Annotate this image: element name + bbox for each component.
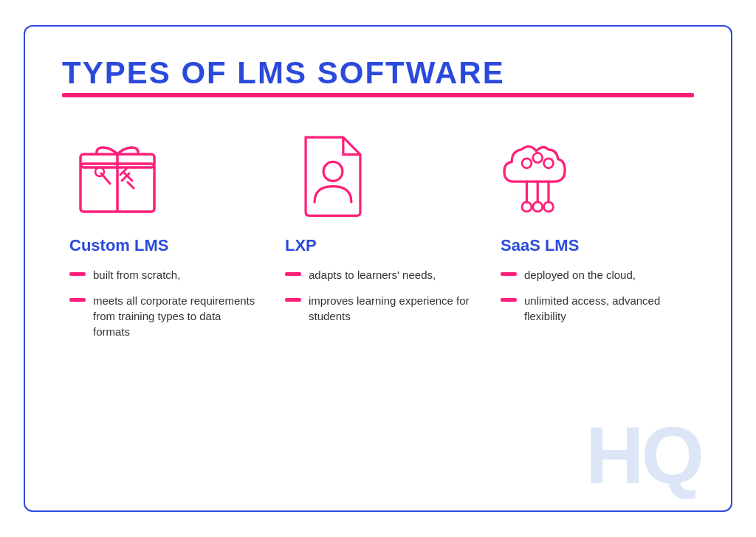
col-lxp: LXP adapts to learners' needs, improves … [278,127,478,488]
col-custom-lms: Custom LMS built from scratch, meets all… [62,127,263,488]
list-item: meets all corporate requirements from tr… [69,293,255,339]
person-document-icon [292,131,374,219]
saas-lms-bullets: deployed on the cloud, unlimited access,… [501,267,687,324]
bullet-dash [285,272,301,276]
title-underline [62,93,694,97]
bullet-text: meets all corporate requirements from tr… [93,293,255,339]
main-card: TYPES OF LMS SOFTWARE [24,25,732,512]
bullet-text: adapts to learners' needs, [309,267,436,283]
svg-point-13 [544,202,554,212]
cloud-network-icon [501,131,597,219]
saas-lms-icon-area [501,127,597,223]
lxp-bullets: adapts to learners' needs, improves lear… [285,267,471,324]
list-item: improves learning experience for student… [285,293,471,324]
svg-point-12 [533,202,543,212]
watermark: HQ [585,415,701,496]
bullet-text: unlimited access, advanced flexibility [524,293,687,324]
gift-tools-icon [73,131,162,219]
lxp-title: LXP [285,236,317,255]
bullet-dash [69,298,86,302]
custom-lms-icon-area [69,127,165,223]
bullet-dash [501,298,517,302]
bullet-text: built from scratch, [93,267,180,283]
custom-lms-title: Custom LMS [69,236,168,255]
svg-point-9 [533,153,543,163]
list-item: deployed on the cloud, [501,267,687,283]
svg-point-4 [323,162,343,181]
list-item: adapts to learners' needs, [285,267,471,283]
custom-lms-bullets: built from scratch, meets all corporate … [69,267,255,339]
bullet-dash [501,272,517,276]
bullet-text: deployed on the cloud, [524,267,636,283]
svg-point-11 [522,202,532,212]
list-item: unlimited access, advanced flexibility [501,293,687,324]
lxp-icon-area [285,127,381,223]
svg-point-10 [544,159,554,168]
svg-point-8 [522,159,532,168]
page-title: TYPES OF LMS SOFTWARE [62,56,505,90]
bullet-text: improves learning experience for student… [309,293,471,324]
saas-lms-title: SaaS LMS [501,236,579,255]
list-item: built from scratch, [69,267,255,283]
svg-point-3 [95,167,104,176]
bullet-dash [285,298,301,302]
title-block: TYPES OF LMS SOFTWARE [62,56,694,97]
bullet-dash [69,272,86,276]
